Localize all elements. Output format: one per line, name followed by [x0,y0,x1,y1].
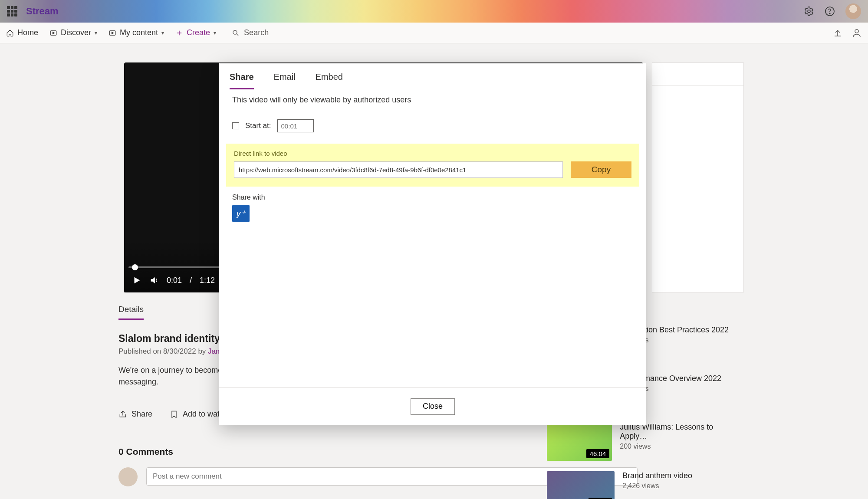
sharewith-label: Share with [232,194,633,201]
svg-point-6 [855,30,858,33]
gear-icon[interactable] [804,6,814,16]
nav-discover[interactable]: Discover ▾ [49,28,97,37]
share-dialog: Share Email Embed This video will only b… [219,63,646,425]
nav-discover-label: Discover [61,28,91,37]
chevron-down-icon: ▾ [214,30,216,36]
yammer-icon[interactable]: y⁺ [232,205,250,222]
share-button[interactable]: Share [118,410,152,419]
transcript-pane [652,62,744,292]
link-input[interactable] [234,161,563,178]
svg-point-5 [233,30,237,34]
nav-create-label: Create [187,28,210,37]
time-current: 0:01 [167,276,182,285]
search-placeholder: Search [244,28,269,37]
share-icon [118,410,127,419]
upload-icon[interactable] [832,28,843,38]
home-icon [6,29,14,37]
app-banner: Stream [0,0,868,23]
plus-icon [175,29,183,37]
tab-share[interactable]: Share [230,72,254,89]
app-launcher-icon[interactable] [7,6,17,16]
svg-point-2 [829,13,830,14]
tab-email[interactable]: Email [274,72,296,89]
nav-home[interactable]: Home [6,28,38,37]
brand-name[interactable]: Stream [26,6,59,17]
nav-bar: Home Discover ▾ My content ▾ Create ▾ Se… [0,23,868,43]
bookmark-icon [170,410,178,419]
nav-create[interactable]: Create ▾ [175,28,216,37]
link-block: Direct link to video Copy [226,144,639,187]
avatar[interactable] [845,3,861,19]
svg-point-0 [808,10,810,13]
chevron-down-icon: ▾ [95,30,97,36]
play-icon[interactable] [132,276,141,285]
nav-mycontent-label: My content [120,28,158,37]
volume-icon[interactable] [149,276,159,285]
time-total: 1:12 [200,276,215,285]
startat-label: Start at: [245,121,271,130]
thumbnail: 46:04 [547,423,612,461]
person-icon[interactable] [852,28,862,38]
play-box-icon [49,29,57,37]
share-notice: This video will only be viewable by auth… [232,95,633,105]
related-item[interactable]: 01:46 Brand anthem video 2,426 views [547,471,738,499]
tab-details[interactable]: Details [118,305,144,320]
startat-input[interactable] [277,119,314,132]
time-sep: / [190,276,192,285]
avatar [118,467,138,486]
nav-home-label: Home [17,28,38,37]
thumbnail: 01:46 [547,471,615,499]
search-input[interactable]: Search [232,28,269,37]
copy-button[interactable]: Copy [571,161,631,178]
play-box-icon [108,29,116,37]
tab-embed[interactable]: Embed [316,72,343,89]
search-icon [232,29,240,37]
related-item[interactable]: 46:04 Julius Williams: Lessons to Apply…… [547,423,738,461]
chevron-down-icon: ▾ [161,30,164,36]
startat-checkbox[interactable] [232,122,239,129]
close-button[interactable]: Close [411,398,455,415]
help-icon[interactable] [825,6,835,16]
link-label: Direct link to video [234,150,631,157]
nav-mycontent[interactable]: My content ▾ [108,28,164,37]
